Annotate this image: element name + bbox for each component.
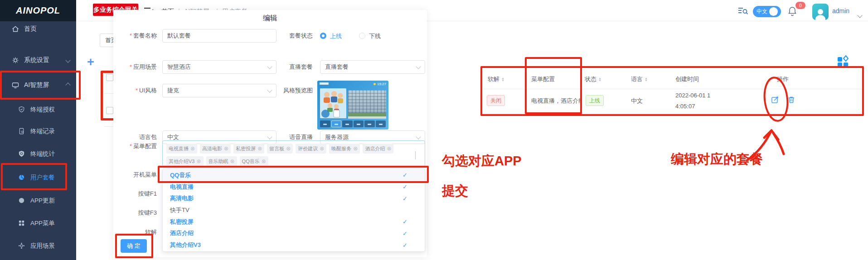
created-time-line2: 4:05:07 bbox=[675, 102, 695, 111]
preview-menu-tile bbox=[376, 120, 386, 127]
sidebar-item-label: AI智慧屏 bbox=[24, 81, 61, 89]
remove-tag-icon[interactable]: ⊗ bbox=[286, 145, 291, 152]
check-icon: ✓ bbox=[402, 172, 407, 178]
smart-screen-icon bbox=[12, 82, 19, 89]
check-icon: ✓ bbox=[402, 242, 407, 249]
sidebar-item-terminal-auth[interactable]: 终端授权 bbox=[18, 105, 55, 115]
ui-style-select[interactable]: 捷克 bbox=[162, 84, 276, 97]
user-caret-icon[interactable] bbox=[858, 11, 862, 19]
field-label-key-f1: 按键F1 bbox=[107, 190, 157, 197]
radio-offline[interactable] bbox=[359, 33, 365, 39]
required-asterisk: * bbox=[130, 143, 132, 149]
sidebar-item-user-packages[interactable]: 用户套餐 bbox=[18, 173, 55, 183]
dropdown-option-private-cast[interactable]: 私密投屏✓ bbox=[163, 216, 425, 228]
menu-tag: 音乐助眠⊗ bbox=[206, 156, 237, 166]
grid-icon bbox=[18, 220, 25, 227]
preview-menu-tile bbox=[320, 120, 330, 127]
package-name-input[interactable]: 默认套餐 bbox=[162, 29, 276, 43]
sidebar-item-app-update[interactable]: APP更新 bbox=[18, 196, 55, 206]
delete-icon[interactable] bbox=[788, 96, 795, 103]
sidebar-item-label: 应用场景 bbox=[30, 242, 55, 250]
remove-tag-icon[interactable]: ⊗ bbox=[190, 145, 195, 152]
dot-icon bbox=[373, 83, 376, 85]
avatar[interactable] bbox=[812, 4, 829, 20]
bell-icon[interactable] bbox=[788, 6, 797, 16]
column-header-menu-config: 菜单配置 bbox=[531, 75, 555, 83]
sidebar-item-label: 终端授权 bbox=[30, 106, 55, 114]
app-scene-select[interactable]: 智慧酒店 bbox=[162, 60, 276, 74]
required-asterisk: * bbox=[136, 87, 138, 94]
chevron-up-icon bbox=[415, 151, 416, 159]
menu-tag: QQ音乐⊗ bbox=[240, 156, 268, 166]
notification-badge: 0 bbox=[795, 2, 805, 9]
confirm-button[interactable]: 确 定 bbox=[121, 239, 147, 253]
menu-tag: 其他介绍V3⊗ bbox=[166, 156, 204, 166]
preview-building-photo bbox=[348, 90, 386, 113]
dropdown-option-qq-music[interactable]: QQ音乐✓ bbox=[163, 169, 425, 181]
circle-icon bbox=[18, 197, 25, 204]
field-label-style-preview: 风格预览图 bbox=[270, 87, 313, 94]
remove-tag-icon[interactable]: ⊗ bbox=[320, 145, 324, 152]
sidebar-item-label: 首页 bbox=[24, 25, 37, 33]
remove-tag-icon[interactable]: ⊗ bbox=[196, 158, 201, 164]
sidebar-item-system-settings[interactable]: 系统设置 bbox=[12, 55, 70, 65]
sort-icon[interactable]: ▲▼ bbox=[598, 77, 601, 82]
row-checkbox[interactable] bbox=[106, 74, 113, 81]
language-cell: 中文 bbox=[631, 97, 643, 105]
row-checkbox[interactable] bbox=[106, 107, 113, 114]
sort-icon[interactable]: ▲▼ bbox=[501, 77, 504, 82]
live-package-select[interactable]: 直播套餐 bbox=[320, 60, 425, 74]
required-asterisk: * bbox=[130, 63, 132, 70]
dropdown-option-hd-movies[interactable]: 高清电影✓ bbox=[163, 193, 425, 204]
remove-tag-icon[interactable]: ⊗ bbox=[387, 145, 391, 152]
dropdown-option-hotel-intro[interactable]: 酒店介绍✓ bbox=[163, 228, 425, 240]
column-header-soft-decode[interactable]: 软解 ▲▼ bbox=[488, 75, 504, 83]
dropdown-option-other-intro-v3[interactable]: 其他介绍V3✓ bbox=[163, 239, 425, 251]
column-header-status[interactable]: 状态 ▲▼ bbox=[585, 75, 601, 83]
menu-config-multiselect[interactable]: 电视直播⊗ 高清电影⊗ 私密投屏⊗ 留言板⊗ 评价建议⊗ 唤醒服务⊗ 酒店介绍⊗… bbox=[162, 140, 425, 167]
field-label-ui-style: *UI风格 bbox=[107, 87, 157, 94]
radio-offline-label[interactable]: 下线 bbox=[369, 33, 381, 40]
radio-online[interactable] bbox=[320, 33, 326, 39]
annotation-box-table bbox=[480, 66, 864, 116]
live-package-value: 直播套餐 bbox=[325, 63, 417, 71]
sidebar-item-home[interactable]: 首页 bbox=[12, 24, 37, 34]
dialog-title: 编辑 bbox=[113, 14, 427, 23]
shield-stats-icon bbox=[18, 150, 25, 158]
sort-icon[interactable]: ▲▼ bbox=[645, 77, 648, 82]
menu-tag: 电视直播⊗ bbox=[166, 144, 197, 154]
remove-tag-icon[interactable]: ⊗ bbox=[257, 145, 262, 152]
check-icon: ✓ bbox=[402, 195, 407, 202]
sidebar-item-app-scenes[interactable]: 应用场景 bbox=[18, 241, 55, 251]
field-label-package-status: 套餐状态 bbox=[270, 32, 313, 39]
check-icon: ✓ bbox=[402, 230, 407, 237]
menu-config-dropdown: QQ音乐✓ 电视直播✓ 高清电影✓ 快手TV 私密投屏✓ 酒店介绍✓ 其他介绍V… bbox=[162, 169, 425, 252]
dropdown-option-tv-live[interactable]: 电视直播✓ bbox=[163, 181, 425, 193]
search-list-icon[interactable] bbox=[738, 6, 748, 15]
language-toggle[interactable]: 中文 bbox=[753, 6, 781, 17]
add-icon[interactable]: + bbox=[87, 55, 94, 69]
tablet-icon bbox=[18, 128, 25, 135]
remove-tag-icon[interactable]: ⊗ bbox=[262, 158, 266, 164]
app-logo: AINOPOL bbox=[0, 0, 76, 21]
dropdown-option-kuaishou-tv[interactable]: 快手TV bbox=[163, 204, 425, 216]
radio-online-label[interactable]: 上线 bbox=[330, 33, 342, 40]
remove-tag-icon[interactable]: ⊗ bbox=[230, 158, 235, 164]
sidebar-item-label: APP更新 bbox=[30, 197, 55, 205]
column-settings-icon[interactable] bbox=[836, 53, 850, 69]
sidebar-item-terminal-records[interactable]: 终端记录 bbox=[18, 126, 55, 136]
field-label-boot-menu: 开机菜单 bbox=[107, 171, 157, 178]
sidebar-item-label: 系统设置 bbox=[24, 56, 61, 64]
app-scene-value: 智慧酒店 bbox=[167, 63, 268, 71]
sidebar-item-terminal-stats[interactable]: 终端统计 bbox=[18, 149, 55, 159]
remove-tag-icon[interactable]: ⊗ bbox=[224, 145, 228, 152]
column-header-language[interactable]: 语言 ▲▼ bbox=[631, 75, 648, 83]
edit-icon[interactable] bbox=[771, 96, 779, 103]
menu-tag: 私密投屏⊗ bbox=[233, 144, 264, 154]
table-divider bbox=[483, 89, 863, 89]
sidebar-item-app-menu[interactable]: APP菜单 bbox=[18, 218, 55, 228]
remove-tag-icon[interactable]: ⊗ bbox=[353, 145, 358, 152]
sidebar-item-ai-screen[interactable]: AI智慧屏 bbox=[12, 80, 70, 90]
column-header-created: 创建时间 bbox=[675, 75, 699, 83]
username[interactable]: admin bbox=[832, 7, 849, 14]
